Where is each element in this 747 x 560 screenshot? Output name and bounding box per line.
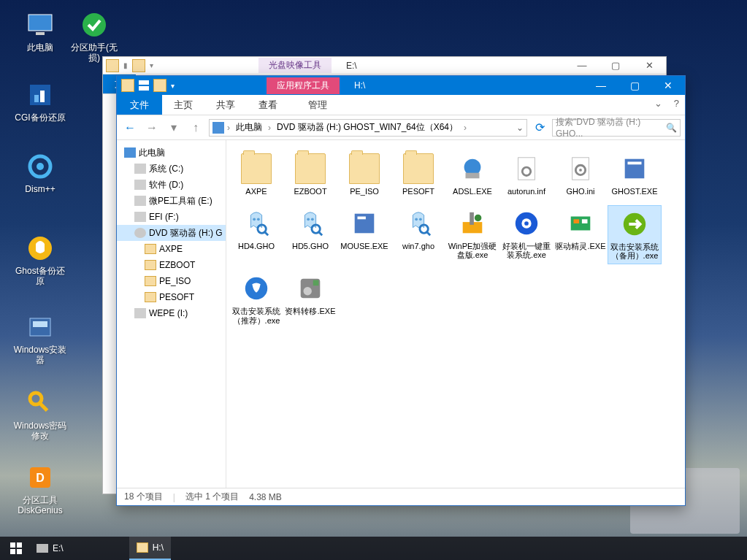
- file-item[interactable]: 好装机一键重装系统.exe: [499, 205, 553, 264]
- desktop-icon-partassist[interactable]: 分区助手(无损): [67, 10, 121, 64]
- tree-folder-axpe[interactable]: AXPE: [117, 241, 226, 257]
- ribbon-expand-button[interactable]: ⌄: [648, 95, 668, 115]
- quick-access-toolbar: ▮ ▾: [103, 59, 156, 72]
- tree-drive-f[interactable]: EFI (F:): [117, 209, 226, 225]
- label: Ghost备份还原: [13, 266, 67, 287]
- desktop-icon-winkey[interactable]: Windows密码修改: [13, 388, 67, 442]
- contextual-tab[interactable]: 应用程序工具: [267, 77, 340, 94]
- desktop-icon-diskgenius[interactable]: D 分区工具DiskGenius: [13, 463, 67, 516]
- ribbon-tab-share[interactable]: 共享: [204, 95, 247, 115]
- desktop-icon-ghost[interactable]: Ghost备份还原: [13, 234, 67, 287]
- file-item[interactable]: 双击安装系统（推荐）.exe: [229, 270, 283, 328]
- qat-dropdown[interactable]: ▾: [150, 61, 153, 69]
- desktop-icon-mycomputer[interactable]: 此电脑: [13, 10, 67, 53]
- label: 微PE工具箱 (E:): [149, 195, 212, 207]
- forward-button[interactable]: →: [143, 119, 161, 137]
- breadcrumb[interactable]: › 此电脑 › DVD 驱动器 (H:) GHOST_WIN7_64位（X64）…: [209, 119, 527, 137]
- folder-icon: [145, 244, 156, 254]
- file-icon: [565, 153, 596, 184]
- file-item[interactable]: PE_ISO: [337, 150, 391, 199]
- file-item[interactable]: MOUSE.EXE: [337, 205, 391, 264]
- file-item[interactable]: autorun.inf: [499, 150, 553, 199]
- tree-mycomputer[interactable]: 此电脑: [117, 145, 226, 161]
- titlebar[interactable]: ▮ ▾ 光盘映像工具 E:\ — ▢ ✕: [103, 57, 666, 74]
- desktop-icon-wininst[interactable]: Windows安装器: [13, 312, 67, 366]
- svg-point-50: [304, 287, 312, 295]
- help-button[interactable]: ?: [668, 95, 685, 115]
- svg-point-35: [419, 218, 422, 220]
- tree-folder-ezboot[interactable]: EZBOOT: [117, 257, 226, 273]
- tree-drive-d[interactable]: 软件 (D:): [117, 177, 226, 193]
- qat-sep-icon: [139, 80, 149, 91]
- history-dropdown[interactable]: ▾: [165, 119, 183, 137]
- file-item[interactable]: 双击安装系统（备用）.exe: [608, 205, 662, 264]
- ribbon-tab-manage[interactable]: 管理: [296, 95, 339, 115]
- taskbar-item-e[interactable]: E:\: [29, 537, 71, 560]
- tree-drive-i[interactable]: WEPE (I:): [117, 305, 226, 321]
- search-icon[interactable]: 🔍: [666, 123, 677, 133]
- chevron-right-icon[interactable]: ›: [268, 123, 271, 133]
- taskbar[interactable]: E:\ H:\: [0, 537, 747, 560]
- svg-rect-53: [17, 542, 22, 548]
- file-item[interactable]: PESOFT: [391, 150, 445, 199]
- file-menu[interactable]: 文件: [117, 95, 162, 115]
- maximize-button[interactable]: ▢: [599, 57, 632, 74]
- desktop-icon-dism[interactable]: Dism++: [13, 152, 67, 194]
- tree-drive-e[interactable]: 微PE工具箱 (E:): [117, 193, 226, 209]
- separator: |: [173, 492, 175, 502]
- drive-icon: [134, 164, 146, 174]
- taskbar-item-h[interactable]: H:\: [129, 537, 171, 560]
- minimize-button[interactable]: —: [584, 77, 618, 95]
- svg-point-25: [257, 218, 260, 220]
- svg-rect-5: [40, 91, 45, 102]
- install-icon: [619, 209, 650, 239]
- maximize-button[interactable]: ▢: [618, 77, 651, 95]
- file-icon: [511, 153, 542, 184]
- file-item[interactable]: win7.gho: [391, 205, 445, 264]
- file-item[interactable]: 驱动精灵.EXE: [553, 205, 608, 264]
- file-item[interactable]: ADSL.EXE: [445, 150, 499, 199]
- file-item[interactable]: HD5.GHO: [283, 205, 337, 264]
- svg-line-31: [318, 231, 322, 235]
- svg-rect-45: [574, 219, 580, 223]
- up-button[interactable]: ↑: [187, 119, 204, 137]
- tree-folder-peiso[interactable]: PE_ISO: [117, 273, 226, 289]
- close-button[interactable]: ✕: [632, 57, 666, 74]
- search-input[interactable]: 搜索"DVD 驱动器 (H:) GHO... 🔍: [552, 119, 681, 137]
- titlebar[interactable]: ▾ 应用程序工具 H:\ — ▢ ✕: [117, 76, 685, 95]
- tree-dvd-h[interactable]: DVD 驱动器 (H:) G: [117, 225, 226, 241]
- folder-icon: [153, 79, 166, 92]
- file-label: GHOST.EXE: [608, 187, 661, 196]
- start-button[interactable]: [3, 537, 29, 560]
- back-button[interactable]: ←: [121, 119, 139, 137]
- file-item[interactable]: EZBOOT: [283, 150, 337, 199]
- desktop-icon-cgi[interactable]: CGI备份还原: [13, 80, 67, 123]
- svg-point-24: [253, 218, 256, 220]
- file-item[interactable]: AXPE: [229, 150, 283, 199]
- file-item[interactable]: GHOST.EXE: [608, 150, 662, 199]
- tree-folder-pesoft[interactable]: PESOFT: [117, 289, 226, 305]
- address-dropdown[interactable]: ⌄: [516, 123, 524, 133]
- drive-icon: [134, 212, 146, 222]
- file-item[interactable]: WinPE加强硬盘版.exe: [445, 205, 499, 264]
- chevron-right-icon[interactable]: ›: [227, 123, 230, 133]
- file-item[interactable]: GHO.ini: [553, 150, 608, 199]
- winkey-icon: [26, 388, 55, 418]
- crumb-pc[interactable]: 此电脑: [233, 121, 265, 134]
- tree-drive-c[interactable]: 系统 (C:): [117, 161, 226, 177]
- file-item[interactable]: HD4.GHO: [229, 205, 283, 264]
- file-label: win7.gho: [392, 242, 445, 251]
- qat-dropdown[interactable]: ▾: [171, 82, 175, 90]
- contextual-tab[interactable]: 光盘映像工具: [258, 58, 332, 73]
- refresh-button[interactable]: ⟳: [532, 120, 548, 136]
- crumb-dvd[interactable]: DVD 驱动器 (H:) GHOST_WIN7_64位（X64）: [274, 121, 461, 134]
- file-label: GHO.ini: [554, 187, 607, 196]
- chevron-right-icon[interactable]: ›: [464, 123, 467, 133]
- ribbon-tab-view[interactable]: 查看: [247, 95, 289, 115]
- file-pane[interactable]: AXPEEZBOOTPE_ISOPESOFTADSL.EXEautorun.in…: [226, 140, 685, 488]
- file-item[interactable]: 资料转移.EXE: [283, 270, 337, 328]
- close-button[interactable]: ✕: [651, 77, 685, 95]
- ribbon-tab-home[interactable]: 主页: [162, 95, 204, 115]
- minimize-button[interactable]: —: [565, 57, 599, 74]
- drive-icon: [134, 308, 146, 318]
